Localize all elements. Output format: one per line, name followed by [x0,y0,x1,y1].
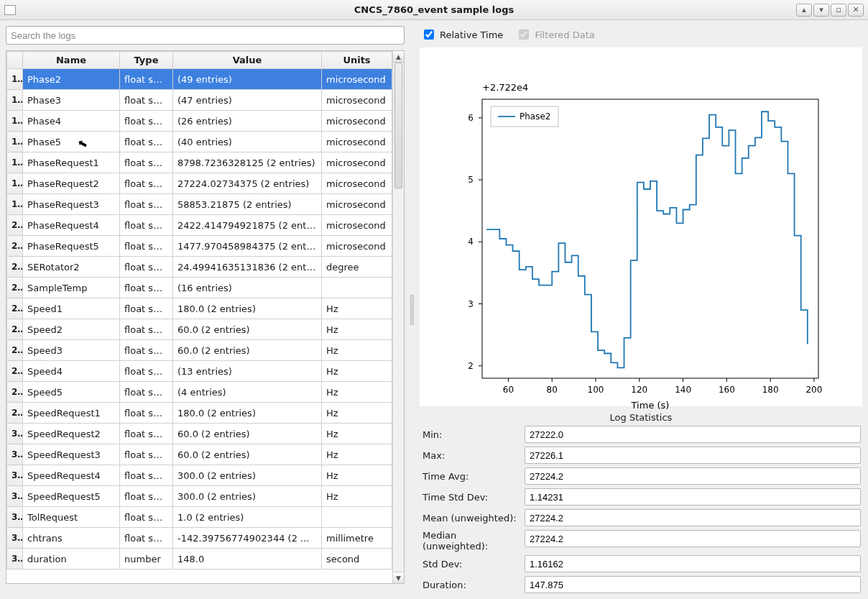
table-row[interactable]: 15Phase4float series(26 entries)microsec… [7,111,392,132]
logs-table-container: Name Type Value Units 13Phase2float seri… [6,50,405,584]
cell-type: float series [120,361,173,382]
table-row[interactable]: 19PhaseRequest3float series58853.21875 (… [7,194,392,215]
cell-value: 2422.414794921875 (2 entries) [173,215,322,236]
col-units[interactable]: Units [322,52,392,69]
cell-units: Hz [322,486,392,507]
cell-units: degree [322,257,392,278]
stat-value[interactable] [525,447,861,464]
row-number: 25 [7,319,23,340]
cell-value: 60.0 (2 entries) [173,424,322,444]
row-number: 36 [7,549,23,570]
table-row[interactable]: 23SampleTempfloat series(16 entries) [7,278,392,298]
row-number: 23 [7,278,23,298]
table-row[interactable]: 26Speed3float series60.0 (2 entries)Hz [7,340,392,361]
col-name[interactable]: Name [23,52,120,69]
splitter-handle[interactable] [410,26,414,593]
plot-options: Relative Time Filtered Data [420,26,862,47]
cell-type: float series [120,152,173,173]
table-row[interactable]: 36durationnumber148.0second [7,549,392,570]
scroll-down-arrow-icon[interactable]: ▼ [393,572,404,583]
table-row[interactable]: 32SpeedRequest4float series300.0 (2 entr… [7,465,392,486]
stat-value[interactable] [525,488,861,506]
row-number: 28 [7,382,23,403]
stat-value[interactable] [525,576,861,593]
cell-units: Hz [322,465,392,486]
table-row[interactable]: 18PhaseRequest2float series27224.0273437… [7,173,392,194]
table-row[interactable]: 33SpeedRequest5float series300.0 (2 entr… [7,486,392,507]
table-row[interactable]: 29SpeedRequest1float series180.0 (2 entr… [7,403,392,424]
cell-units [322,507,392,528]
window-titlebar: CNCS_7860_event sample logs ▴ ▾ ▫ ✕ [0,0,868,20]
stat-value[interactable] [525,555,861,572]
left-panel: Name Type Value Units 13Phase2float seri… [6,26,405,593]
cell-units: Hz [322,403,392,424]
close-button[interactable]: ✕ [848,4,864,17]
scroll-track[interactable] [393,63,404,572]
table-row[interactable]: 16Phase5float series(40 entries)microsec… [7,132,392,152]
cell-units: microsecond [322,69,392,90]
col-value[interactable]: Value [173,52,322,69]
scroll-thumb[interactable] [394,63,402,188]
table-row[interactable]: 31SpeedRequest3float series60.0 (2 entri… [7,444,392,465]
cell-value: 1477.970458984375 (2 entries) [173,236,322,257]
relative-time-label: Relative Time [440,29,503,40]
minimize-button[interactable]: ▾ [813,4,829,17]
table-row[interactable]: 30SpeedRequest2float series60.0 (2 entri… [7,424,392,444]
search-input[interactable] [6,26,405,45]
stat-value[interactable] [525,530,861,547]
stat-value[interactable] [525,467,861,485]
row-number: 13 [7,69,23,90]
cell-value: (26 entries) [173,111,322,132]
rownum-header [7,52,23,69]
table-row[interactable]: 21PhaseRequest5float series1477.97045898… [7,236,392,257]
row-number: 22 [7,257,23,278]
cell-name: Phase2 [23,69,120,90]
svg-rect-0 [482,99,818,378]
cell-value: 1.0 (2 entries) [173,507,322,528]
cell-value: 27224.02734375 (2 entries) [173,173,322,194]
table-row[interactable]: 34TolRequestfloat series1.0 (2 entries) [7,507,392,528]
cell-units: second [322,549,392,570]
cell-units: microsecond [322,111,392,132]
cell-type: float series [120,236,173,257]
stat-value[interactable] [525,509,861,526]
cell-name: SpeedRequest1 [23,403,120,424]
table-row[interactable]: 25Speed2float series60.0 (2 entries)Hz [7,319,392,340]
maximize-button[interactable]: ▫ [831,4,846,17]
row-number: 24 [7,298,23,319]
table-row[interactable]: 17PhaseRequest1float series8798.72363281… [7,152,392,173]
table-row[interactable]: 24Speed1float series180.0 (2 entries)Hz [7,298,392,319]
cell-units: Hz [322,340,392,361]
cell-value: (47 entries) [173,90,322,111]
table-row[interactable]: 14Phase3float series(47 entries)microsec… [7,90,392,111]
cell-type: number [120,549,173,570]
table-row[interactable]: 28Speed5float series(4 entries)Hz [7,382,392,403]
table-row[interactable]: 13Phase2float series(49 entries)microsec… [7,69,392,90]
table-row[interactable]: 20PhaseRequest4float series2422.41479492… [7,215,392,236]
svg-text:60: 60 [503,385,514,395]
table-row[interactable]: 35chtransfloat series-142.39756774902344… [7,528,392,549]
cell-type: float series [120,424,173,444]
cell-name: Speed3 [23,340,120,361]
stat-label: Time Avg: [421,471,522,482]
content-area: Name Type Value Units 13Phase2float seri… [0,20,868,599]
scroll-up-arrow-icon[interactable]: ▲ [393,51,404,63]
cell-value: 24.49941635131836 (2 entries) [173,257,322,278]
cell-name: SampleTemp [23,278,120,298]
cell-units: Hz [322,444,392,465]
table-row[interactable]: 22SERotator2float series24.4994163513183… [7,257,392,278]
logs-table[interactable]: Name Type Value Units 13Phase2float seri… [6,51,392,570]
cell-name: Speed2 [23,319,120,340]
svg-text:180: 180 [762,385,779,395]
table-scrollbar[interactable]: ▲ ▼ [392,51,404,583]
relative-time-checkbox[interactable]: Relative Time [421,27,503,42]
cell-name: Speed5 [23,382,120,403]
cell-units: microsecond [322,236,392,257]
table-row[interactable]: 27Speed4float series(13 entries)Hz [7,361,392,382]
cell-value: (4 entries) [173,382,322,403]
app-menu-icon[interactable] [4,5,16,15]
rollup-button[interactable]: ▴ [796,4,812,17]
cell-type: float series [120,278,173,298]
col-type[interactable]: Type [120,52,173,69]
chart-canvas[interactable]: +2.722e4608010012014016018020023456Time … [420,47,862,406]
